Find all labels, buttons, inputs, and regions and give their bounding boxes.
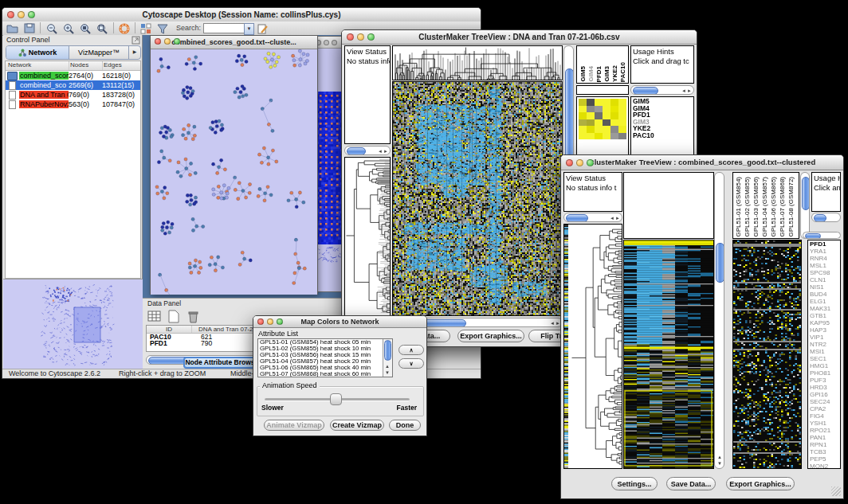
matrix-cell[interactable] xyxy=(587,133,595,140)
tv2-status-hscrollbar[interactable]: ◄ ► xyxy=(563,213,622,222)
treeview1-titlebar[interactable]: ClusterMaker TreeView : DNA and Tran 07-… xyxy=(342,30,697,45)
tv1-status-hscrollbar[interactable]: ◄ ► xyxy=(344,146,391,155)
gene-list-item[interactable]: PAN1 xyxy=(810,434,840,441)
matrix-cell[interactable] xyxy=(618,133,626,140)
scroll-up-arrow[interactable]: ▲ xyxy=(385,363,390,369)
minimize-button[interactable] xyxy=(164,38,171,45)
save-floppy-icon[interactable] xyxy=(24,23,35,33)
matrix-cell[interactable] xyxy=(610,126,618,133)
scroll-right-arrow[interactable]: ► xyxy=(615,215,620,221)
matrix-cell[interactable] xyxy=(579,119,587,127)
scroll-thumb[interactable] xyxy=(716,243,724,283)
node-attribute-browser-button[interactable]: Node Attribute Browser xyxy=(183,357,263,369)
attribute-listbox[interactable]: GPL51-01 (GSM854) heat shock 05 minGPL51… xyxy=(257,338,393,377)
gene-list-item[interactable]: PHO81 xyxy=(810,369,840,377)
zoom-window-button[interactable] xyxy=(587,159,594,166)
settings-button[interactable]: Settings... xyxy=(611,477,658,490)
summary-heatmap-canvas[interactable] xyxy=(733,240,801,468)
scroll-left-arrow[interactable]: ◄ xyxy=(610,215,614,221)
matrix-cell[interactable] xyxy=(610,99,618,106)
attribute-list-item[interactable]: GPL51-06 (GSM865) heat shock 40 min xyxy=(260,365,383,371)
scroll-thumb[interactable] xyxy=(566,214,588,222)
zoom-window-button[interactable] xyxy=(28,11,35,18)
matrix-cell[interactable] xyxy=(603,119,610,127)
gene-list-item[interactable]: ELG1 xyxy=(810,298,840,305)
gene-list-item[interactable]: BUD4 xyxy=(810,291,840,298)
scroll-right-arrow[interactable]: ► xyxy=(687,88,692,94)
birdseye-canvas[interactable] xyxy=(4,280,142,369)
attribute-list-item[interactable]: GPL51-04 (GSM857) heat shock 20 min xyxy=(260,358,383,365)
move-up-button[interactable]: ∧ xyxy=(398,345,424,355)
matrix-cell[interactable] xyxy=(587,126,595,133)
network-list-row[interactable]: combined_sco2569(6)13112(15) xyxy=(6,80,140,90)
network-list-row[interactable]: DNA and Tran 07769(0)183728(0) xyxy=(6,90,140,100)
close-button[interactable] xyxy=(7,11,14,18)
zoom-in-icon[interactable] xyxy=(63,23,75,34)
scroll-thumb[interactable] xyxy=(805,233,821,239)
matrix-cell[interactable] xyxy=(595,106,603,113)
column-dendrogram-canvas[interactable] xyxy=(393,46,562,80)
gene-list-item[interactable]: YSH1 xyxy=(810,420,840,427)
matrix-cell[interactable] xyxy=(579,133,587,140)
matrix-cell[interactable] xyxy=(618,119,626,127)
tab-vizmapper[interactable]: VizMapper™ xyxy=(69,46,128,59)
tv2-vscrollbar[interactable]: ▲ ▼ xyxy=(714,172,724,469)
speed-slider-thumb[interactable] xyxy=(330,393,342,405)
gene-list-item[interactable]: MSL1 xyxy=(810,262,840,269)
export-graphics-button[interactable]: Export Graphics... xyxy=(726,477,795,490)
network-graph-canvas[interactable] xyxy=(151,49,317,295)
tv2-labels-vscrollbar[interactable] xyxy=(800,172,810,239)
close-button[interactable] xyxy=(257,318,264,325)
gene-list-item[interactable]: YRA1 xyxy=(810,248,840,255)
gene-list-item[interactable]: GPI16 xyxy=(810,391,840,398)
gene-list-item[interactable]: PAC10 xyxy=(633,132,693,139)
done-button[interactable]: Done xyxy=(389,420,421,431)
gene-list-item[interactable]: PEP5 xyxy=(810,455,840,463)
matrix-cell[interactable] xyxy=(603,126,610,133)
zoom-window-button[interactable] xyxy=(332,40,337,45)
scroll-left-arrow[interactable]: ◄ xyxy=(681,88,686,94)
row-dendrogram-canvas[interactable] xyxy=(345,158,390,315)
search-dropdown-button[interactable]: ▼ xyxy=(244,23,254,35)
matrix-cell[interactable] xyxy=(603,99,610,106)
tv2-genes-hscrollbar[interactable] xyxy=(803,232,841,239)
matrix-cell[interactable] xyxy=(579,126,587,133)
gene-list-item[interactable]: HRD3 xyxy=(810,384,840,391)
attribute-list-item[interactable]: GPL51-01 (GSM854) heat shock 05 min xyxy=(260,339,383,346)
scroll-thumb[interactable] xyxy=(802,177,810,210)
gene-list-item[interactable]: CLN1 xyxy=(810,276,840,283)
scroll-up-arrow[interactable]: ▲ xyxy=(717,454,722,460)
matrix-cell[interactable] xyxy=(610,119,618,127)
gene-list-item[interactable]: VIP1 xyxy=(810,334,840,341)
close-button[interactable] xyxy=(155,38,161,45)
matrix-cell[interactable] xyxy=(610,133,618,140)
open-folder-icon[interactable] xyxy=(6,23,18,33)
correlation-matrix[interactable] xyxy=(579,99,626,139)
heatmap-canvas[interactable] xyxy=(624,240,713,468)
dialog-titlebar[interactable]: Map Colors to Network xyxy=(253,316,426,328)
network-list-row[interactable]: combined_scores2764(0)16218(0) xyxy=(6,71,140,80)
scroll-thumb[interactable] xyxy=(814,214,826,222)
col-edges[interactable]: Edges xyxy=(103,61,140,70)
gene-list-item[interactable]: SPC98 xyxy=(810,269,840,276)
create-vizmap-button[interactable]: Create Vizmap xyxy=(330,420,384,431)
close-button[interactable] xyxy=(347,33,354,41)
tab-overflow-button[interactable]: ▶ xyxy=(128,46,140,59)
tv1-usage-hscrollbar[interactable]: ◄ ► xyxy=(630,85,694,95)
matrix-cell[interactable] xyxy=(595,133,603,140)
minimize-button[interactable] xyxy=(18,11,25,18)
zoom-window-button[interactable] xyxy=(277,318,283,325)
gene-list-item[interactable]: HMG1 xyxy=(810,362,840,369)
gene-list-item[interactable]: FIG4 xyxy=(810,412,840,420)
scroll-down-arrow[interactable]: ▼ xyxy=(717,460,722,467)
scroll-thumb[interactable] xyxy=(633,87,658,95)
zoom-fit-icon[interactable] xyxy=(96,23,108,34)
new-document-icon[interactable] xyxy=(167,310,180,323)
search-input[interactable] xyxy=(203,23,246,33)
gene-list-item[interactable]: PFD1 xyxy=(810,240,840,248)
minimize-button[interactable] xyxy=(357,33,364,41)
help-lifesaver-icon[interactable] xyxy=(119,23,130,34)
col-network[interactable]: Network xyxy=(6,61,69,70)
matrix-cell[interactable] xyxy=(595,126,603,133)
gene-list-item[interactable]: MAK31 xyxy=(810,305,840,312)
